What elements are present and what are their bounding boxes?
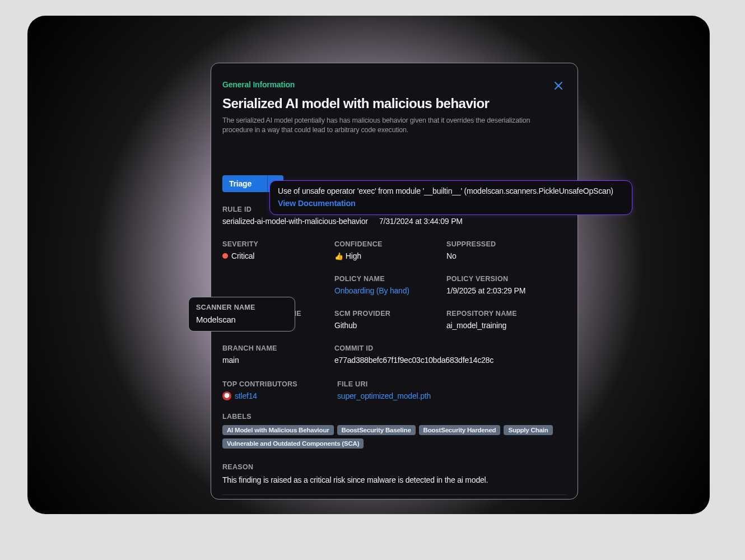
commit-label: COMMIT ID	[334, 344, 566, 352]
triage-button-label: Triage	[222, 175, 267, 192]
finding-popover: Use of unsafe operator 'exec' from modul…	[269, 180, 632, 215]
scanner-name-value: Modelscan	[196, 315, 287, 324]
label-chip[interactable]: AI Model with Malicious Behaviour	[222, 425, 334, 435]
scm-provider-value: Github	[334, 321, 446, 330]
avatar-icon	[222, 391, 231, 400]
reason-header: REASON	[222, 463, 566, 471]
confidence-value: 👍High	[334, 251, 446, 260]
thumbs-up-icon: 👍	[334, 252, 343, 260]
contributors-value[interactable]: stlef14	[222, 391, 337, 400]
file-uri-label: FILE URI	[337, 380, 566, 388]
label-chip[interactable]: Vulnerable and Outdated Components (SCA)	[222, 438, 364, 449]
suppressed-value: No	[446, 251, 566, 260]
label-chip[interactable]: Supply Chain	[504, 425, 552, 435]
divider	[222, 494, 566, 495]
label-chip[interactable]: BoostSecurity Hardened	[419, 425, 501, 435]
suppressed-label: SUPPRESSED	[446, 240, 566, 248]
reason-text: This finding is raised as a critical ris…	[222, 475, 566, 484]
policy-version-label: POLICY VERSION	[446, 275, 566, 283]
confidence-label: CONFIDENCE	[334, 240, 446, 248]
file-uri-link[interactable]: super_optimized_model.pth	[337, 391, 566, 400]
commit-cell: COMMIT ID e77ad388befc67f1f9ec03c10bda68…	[334, 344, 566, 365]
repository-label: REPOSITORY NAME	[446, 310, 566, 318]
scm-provider-cell: SCM PROVIDER Github	[334, 310, 446, 330]
repository-cell: REPOSITORY NAME ai_model_training	[446, 310, 566, 330]
labels-header: LABELS	[222, 413, 566, 421]
policy-version-cell: POLICY VERSION 1/9/2025 at 2:03:29 PM	[446, 275, 566, 295]
finding-panel: General Information Serialized AI model …	[211, 63, 578, 500]
repository-value: ai_model_training	[446, 321, 566, 330]
suppressed-cell: SUPPRESSED No	[446, 240, 566, 260]
policy-version-value: 1/9/2025 at 2:03:29 PM	[446, 286, 566, 295]
contributors-cell: TOP CONTRIBUTORS stlef14	[222, 380, 337, 400]
confidence-cell: CONFIDENCE 👍High	[334, 240, 446, 260]
commit-value: e77ad388befc67f1f9ec03c10bda683dfe14c28c	[334, 356, 566, 365]
policy-name-link[interactable]: Onboarding (By hand)	[334, 286, 446, 295]
scm-provider-label: SCM PROVIDER	[334, 310, 446, 318]
close-icon[interactable]	[551, 78, 566, 94]
branch-label: BRANCH NAME	[222, 344, 334, 352]
view-documentation-link[interactable]: View Documentation	[278, 199, 624, 208]
policy-name-label: POLICY NAME	[334, 275, 446, 283]
finding-description: The serialized AI model potentially has …	[222, 116, 553, 135]
finding-title: Serialized AI model with malicious behav…	[222, 96, 566, 111]
labels-section: LABELS AI Model with Malicious Behaviour…	[222, 413, 566, 449]
popover-message: Use of unsafe operator 'exec' from modul…	[278, 186, 624, 195]
labels-chips: AI Model with Malicious Behaviour BoostS…	[222, 425, 566, 449]
rule-id-value: serialized-ai-model-with-malicious-behav…	[222, 217, 379, 226]
scanner-name-callout: SCANNER NAME Modelscan	[188, 297, 295, 332]
contributors-label: TOP CONTRIBUTORS	[222, 380, 337, 388]
scanner-name-label: SCANNER NAME	[196, 304, 287, 311]
label-chip[interactable]: BoostSecurity Baseline	[337, 425, 416, 435]
policy-name-cell: POLICY NAME Onboarding (By hand)	[334, 275, 446, 295]
reason-section: REASON This finding is raised as a criti…	[222, 463, 566, 495]
severity-cell: SEVERITY Critical	[222, 240, 334, 260]
file-uri-cell: FILE URI super_optimized_model.pth	[337, 380, 566, 400]
severity-dot-icon	[222, 253, 228, 259]
severity-label: SEVERITY	[222, 240, 334, 248]
app-background: General Information Serialized AI model …	[27, 16, 710, 514]
branch-cell: BRANCH NAME main	[222, 344, 334, 365]
section-label: General Information	[222, 80, 566, 89]
date-value: 7/31/2024 at 3:44:09 PM	[379, 217, 566, 226]
severity-value: Critical	[222, 251, 334, 260]
branch-value: main	[222, 356, 334, 365]
